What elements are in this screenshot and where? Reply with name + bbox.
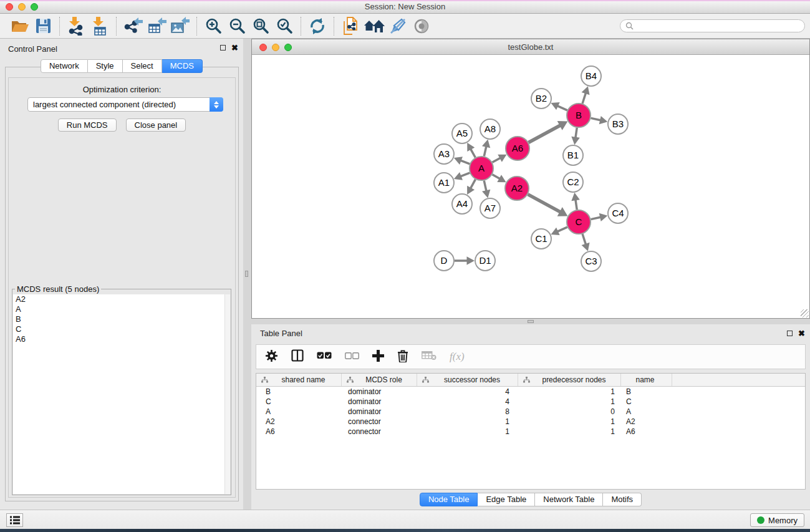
- list-icon: [9, 515, 21, 525]
- graph-node-label: D: [441, 255, 448, 266]
- tab-style[interactable]: Style: [88, 59, 123, 73]
- node-table[interactable]: shared nameMCDS rolesuccessor nodesprede…: [256, 373, 806, 490]
- float-panel-icon[interactable]: [220, 45, 226, 51]
- vertical-split-divider[interactable]: [243, 39, 251, 510]
- graph-edge-A-A6[interactable]: [493, 158, 501, 163]
- table-panel-title: Table Panel: [260, 329, 302, 338]
- export-image-icon[interactable]: [168, 16, 192, 36]
- zoom-selected-icon[interactable]: [272, 16, 296, 36]
- export-network-icon[interactable]: [121, 16, 145, 36]
- export-table-icon[interactable]: [145, 16, 168, 36]
- add-row-icon[interactable]: [372, 350, 384, 364]
- tab-node-table[interactable]: Node Table: [420, 493, 478, 506]
- table-cell: B: [256, 387, 342, 396]
- function-builder-icon: f(x): [450, 351, 465, 363]
- column-header-predecessor-nodes[interactable]: predecessor nodes: [518, 374, 621, 386]
- memory-label: Memory: [768, 516, 798, 525]
- column-header-name[interactable]: name: [621, 374, 672, 386]
- mcds-panel-content: Optimization criterion: largest connecte…: [8, 77, 236, 498]
- zoom-fit-icon[interactable]: [249, 16, 272, 36]
- graph-edge-A-A7[interactable]: [484, 181, 486, 192]
- mcds-result-item[interactable]: A: [13, 304, 230, 314]
- graph-edge-C-C1[interactable]: [557, 227, 567, 232]
- table-row[interactable]: Adominator80A: [256, 407, 805, 417]
- scrollbar[interactable]: [224, 294, 230, 494]
- run-mcds-button[interactable]: Run MCDS: [58, 118, 117, 132]
- close-panel-button[interactable]: Close panel: [126, 118, 186, 132]
- divider-handle[interactable]: [528, 320, 534, 323]
- mcds-result-item[interactable]: A2: [13, 294, 230, 304]
- tab-motifs[interactable]: Motifs: [603, 493, 642, 506]
- eye-icon[interactable]: [410, 16, 433, 36]
- graph-edge-A-A3[interactable]: [460, 160, 470, 164]
- network-window-titlebar[interactable]: testGlobe.txt: [252, 39, 809, 55]
- network-graph[interactable]: B4B2BB3A8A5A6A3B1AC2A1A2A4A7C4CC1DD1C3: [252, 56, 809, 319]
- pen-slash-icon[interactable]: [386, 16, 410, 36]
- column-header-successor-nodes[interactable]: successor nodes: [417, 374, 518, 386]
- search-field[interactable]: [620, 19, 805, 32]
- apply-layout-icon[interactable]: [306, 16, 329, 36]
- search-input[interactable]: [636, 22, 799, 31]
- graph-edge-C-C4[interactable]: [591, 217, 602, 220]
- graph-edge-A-A5[interactable]: [470, 148, 475, 157]
- graph-edge-C-C2[interactable]: [576, 199, 577, 210]
- mcds-panel: Optimization criterion: largest connecte…: [5, 67, 239, 501]
- graph-edge-B-B2[interactable]: [557, 105, 567, 110]
- resize-grip-icon[interactable]: [801, 309, 809, 317]
- import-table-icon[interactable]: [88, 16, 112, 36]
- graph-edge-A2-C[interactable]: [528, 195, 561, 213]
- delete-row-icon[interactable]: [397, 349, 408, 365]
- graph-node-label: A6: [512, 143, 523, 153]
- graph-edge-A6-B[interactable]: [529, 125, 561, 142]
- graph-edge-arrow: [467, 256, 475, 265]
- graph-edge-A-A1[interactable]: [460, 173, 470, 177]
- column-header-MCDS-role[interactable]: MCDS role: [342, 374, 417, 386]
- close-panel-icon[interactable]: ✖: [231, 45, 238, 51]
- horizontal-split-divider[interactable]: [251, 319, 810, 324]
- tab-edge-table[interactable]: Edge Table: [478, 493, 535, 506]
- network-canvas[interactable]: B4B2BB3A8A5A6A3B1AC2A1A2A4A7C4CC1DD1C3: [252, 56, 809, 318]
- mcds-result-item[interactable]: C: [13, 324, 230, 334]
- save-session-icon[interactable]: [31, 16, 55, 36]
- column-header-shared-name[interactable]: shared name: [256, 374, 342, 386]
- task-history-button[interactable]: [6, 513, 23, 527]
- graph-edge-A-A8[interactable]: [484, 146, 486, 157]
- import-network-icon[interactable]: [64, 16, 88, 36]
- tab-select[interactable]: Select: [123, 59, 162, 73]
- graph-node-label: B: [576, 110, 582, 120]
- graph-edge-B-B1[interactable]: [576, 128, 577, 138]
- graph-edge-B-B3[interactable]: [591, 118, 602, 120]
- workspace: Control Panel ✖ NetworkStyleSelectMCDS O…: [0, 39, 810, 510]
- criterion-dropdown[interactable]: largest connected component (directed): [27, 97, 223, 112]
- graph-edge-A-A2[interactable]: [492, 175, 500, 179]
- table-row[interactable]: Bdominator41B: [256, 387, 805, 397]
- graph-edge-C-C3[interactable]: [582, 234, 586, 245]
- graph-edge-A-A4[interactable]: [470, 180, 475, 189]
- control-panel-title: Control Panel: [8, 44, 57, 54]
- table-row[interactable]: Cdominator41C: [256, 397, 805, 407]
- show-columns-icon[interactable]: [291, 349, 304, 364]
- home-icon[interactable]: [362, 16, 386, 36]
- graph-node-label: A8: [485, 123, 496, 134]
- memory-button[interactable]: Memory: [750, 513, 804, 527]
- float-panel-icon[interactable]: [787, 331, 793, 336]
- table-row[interactable]: A6connector11A6: [256, 427, 805, 437]
- close-panel-icon[interactable]: ✖: [798, 331, 805, 336]
- select-all-columns-icon[interactable]: [317, 351, 332, 362]
- zoom-out-icon[interactable]: [225, 16, 249, 36]
- mcds-result-list[interactable]: A2ABCA6: [13, 294, 230, 494]
- tab-network[interactable]: Network: [41, 59, 88, 73]
- zoom-in-icon[interactable]: [201, 16, 225, 36]
- mcds-result-item[interactable]: B: [13, 314, 230, 324]
- deselect-all-columns-icon[interactable]: [345, 351, 359, 362]
- tab-mcds[interactable]: MCDS: [162, 59, 203, 73]
- table-settings-gear-icon[interactable]: [265, 349, 278, 365]
- graph-edge-B-B4[interactable]: [582, 92, 586, 104]
- copy-network-icon[interactable]: [339, 16, 362, 36]
- graph-node-label: A7: [485, 203, 496, 213]
- table-row[interactable]: A2connector11A2: [256, 417, 805, 427]
- open-file-icon[interactable]: [7, 16, 31, 36]
- tab-network-table[interactable]: Network Table: [535, 493, 603, 506]
- mcds-result-item[interactable]: A6: [13, 334, 230, 344]
- divider-handle[interactable]: [245, 271, 248, 277]
